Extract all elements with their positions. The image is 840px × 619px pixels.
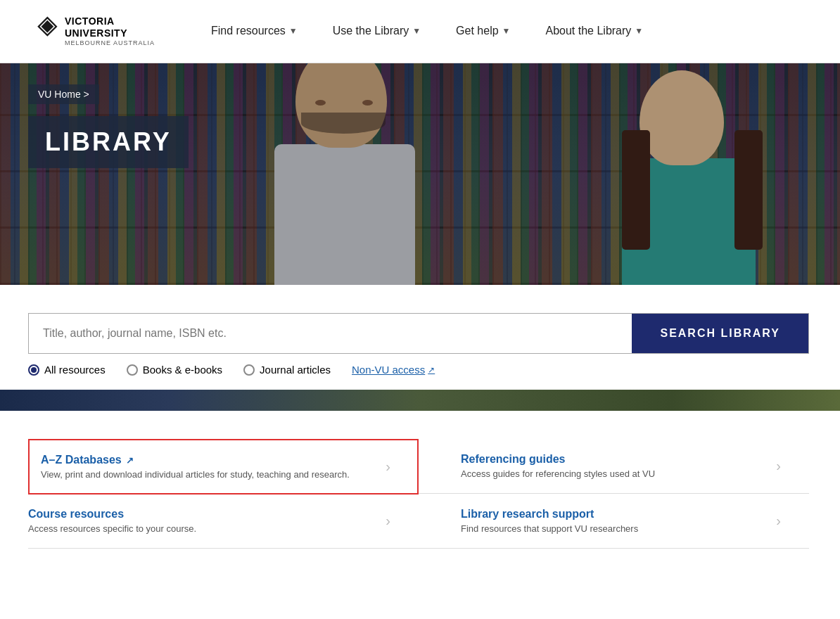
- university-name-line1: VICTORIA: [65, 15, 155, 27]
- external-link-icon: ↗: [428, 365, 435, 375]
- chevron-down-icon: ▼: [289, 26, 298, 36]
- card-library-research-content: Library research support Find resources …: [461, 508, 638, 534]
- non-vu-access-link[interactable]: Non-VU access ↗: [352, 364, 435, 376]
- university-subtitle: MELBOURNE AUSTRALIA: [65, 39, 155, 47]
- arrow-right-icon: ›: [776, 458, 781, 474]
- cards-section: A–Z Databases ↗ View, print and download…: [0, 411, 840, 577]
- card-referencing-content: Referencing guides Access guides for ref…: [461, 453, 655, 479]
- radio-journals-icon: [243, 364, 255, 376]
- chevron-down-icon: ▼: [412, 26, 421, 36]
- search-section: SEARCH LIBRARY All resources Books & e-b…: [0, 285, 840, 390]
- card-referencing-guides[interactable]: Referencing guides Access guides for ref…: [419, 439, 809, 494]
- arrow-right-icon: ›: [386, 513, 390, 529]
- search-bar: SEARCH LIBRARY: [28, 313, 809, 354]
- nav-use-library[interactable]: Use the Library ▼: [333, 24, 421, 39]
- chevron-down-icon: ▼: [635, 26, 643, 36]
- card-library-research-desc: Find resources that support VU researche…: [461, 523, 638, 534]
- search-input[interactable]: [29, 314, 632, 353]
- nav-get-help[interactable]: Get help ▼: [456, 25, 510, 37]
- logo-diamond-icon: [28, 16, 58, 46]
- site-header: VICTORIA UNIVERSITY MELBOURNE AUSTRALIA …: [0, 0, 840, 63]
- arrow-right-icon: ›: [386, 459, 390, 475]
- card-az-databases-desc: View, print and download individual arti…: [41, 469, 350, 480]
- hero-banner: VU Home > LIBRARY: [0, 63, 840, 285]
- card-az-databases-content: A–Z Databases ↗ View, print and download…: [41, 454, 350, 480]
- radio-books[interactable]: Books & e-books: [127, 364, 222, 376]
- card-library-research-title: Library research support: [461, 508, 638, 521]
- radio-journals[interactable]: Journal articles: [243, 364, 331, 376]
- card-library-research[interactable]: Library research support Find resources …: [419, 494, 809, 549]
- main-nav: Find resources ▼ Use the Library ▼ Get h…: [211, 24, 643, 39]
- radio-all-resources[interactable]: All resources: [28, 364, 106, 376]
- breadcrumb[interactable]: VU Home >: [28, 84, 99, 104]
- chevron-down-icon: ▼: [502, 26, 511, 36]
- radio-books-icon: [127, 364, 138, 376]
- arrow-right-icon: ›: [776, 513, 781, 529]
- external-link-icon: ↗: [126, 455, 134, 466]
- university-name-line2: UNIVERSITY: [65, 27, 155, 39]
- card-az-databases[interactable]: A–Z Databases ↗ View, print and download…: [28, 439, 419, 494]
- search-button[interactable]: SEARCH LIBRARY: [632, 314, 808, 353]
- nav-about-library[interactable]: About the Library ▼: [545, 24, 643, 39]
- color-strip: [0, 390, 840, 411]
- card-course-title: Course resources: [28, 508, 196, 521]
- card-az-databases-title: A–Z Databases ↗: [41, 454, 350, 466]
- radio-all-icon: [28, 364, 39, 376]
- card-referencing-title: Referencing guides: [461, 453, 655, 466]
- hero-overlay: [0, 63, 840, 285]
- card-course-resources[interactable]: Course resources Access resources specif…: [28, 494, 419, 549]
- card-course-content: Course resources Access resources specif…: [28, 508, 196, 534]
- card-referencing-desc: Access guides for referencing styles use…: [461, 468, 655, 479]
- logo[interactable]: VICTORIA UNIVERSITY MELBOURNE AUSTRALIA: [28, 15, 169, 46]
- logo-text: VICTORIA UNIVERSITY MELBOURNE AUSTRALIA: [65, 15, 155, 46]
- hero-title: LIBRARY: [28, 116, 189, 168]
- card-course-desc: Access resources specific to your course…: [28, 523, 196, 534]
- nav-find-resources[interactable]: Find resources ▼: [211, 25, 298, 37]
- cards-grid: A–Z Databases ↗ View, print and download…: [28, 439, 809, 549]
- search-options: All resources Books & e-books Journal ar…: [28, 364, 812, 376]
